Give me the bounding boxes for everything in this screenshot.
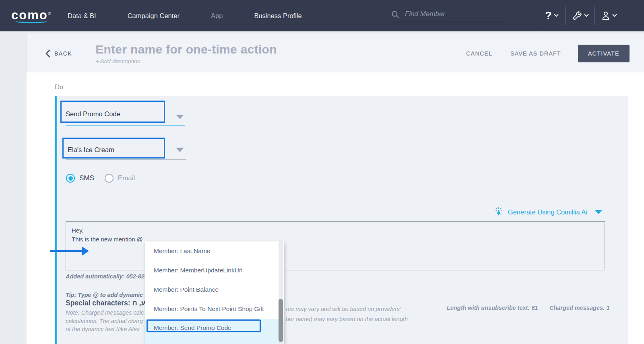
radio-dot	[68, 176, 73, 181]
dropdown-caret-icon[interactable]	[176, 115, 184, 119]
email-radio[interactable]	[105, 174, 114, 183]
email-radio-label[interactable]: Email	[118, 174, 135, 182]
logo-swoosh	[16, 19, 47, 23]
do-section-label: Do	[55, 83, 63, 91]
tools-menu-button[interactable]	[566, 0, 594, 31]
message-line-1: Hey,	[72, 226, 599, 235]
generate-ai-button[interactable]: Generate Using Comillia Ai	[494, 207, 602, 217]
menu-scrollbar[interactable]	[279, 241, 283, 344]
mention-dropdown-menu: Member: Last Name Member: MemberUpdateLi…	[145, 241, 284, 344]
chevron-down-icon	[612, 12, 617, 17]
action-select-underline	[66, 125, 185, 126]
special-characters-note: Special characters: ע, ח	[66, 299, 145, 307]
action-name-input[interactable]: Enter name for one-time action	[95, 43, 277, 56]
menu-item-send-promo-code[interactable]: Member: Send Promo Code	[145, 319, 284, 344]
annotation-box-asset-select: Ela's Ice Cream	[62, 138, 165, 159]
nav-icon-group: ?	[537, 0, 623, 31]
main-content: Do Send Promo Code Ela's Ice Cream SMS E…	[27, 72, 644, 344]
magic-cursor-icon	[494, 207, 504, 217]
asset-select[interactable]: Ela's Ice Cream	[64, 146, 114, 157]
generate-ai-label: Generate Using Comillia Ai	[508, 208, 587, 216]
save-as-draft-button[interactable]: SAVE AS DRAFT	[510, 50, 561, 57]
cancel-button[interactable]: CANCEL	[466, 50, 492, 57]
menu-item-member-update-link[interactable]: Member: MemberUpdateLinkUrl	[145, 261, 284, 280]
page-header: BACK Enter name for one-time action + Ad…	[27, 34, 644, 72]
nav-item-campaign-center[interactable]: Campaign Center	[128, 12, 180, 20]
chevron-down-icon	[554, 12, 558, 17]
back-label: BACK	[54, 50, 72, 57]
wrench-icon	[572, 11, 582, 21]
annotation-arrow-sms	[50, 246, 90, 256]
text-cursor	[143, 236, 143, 242]
account-menu-button[interactable]	[594, 0, 623, 31]
back-button[interactable]: BACK	[45, 49, 72, 58]
help-icon: ?	[545, 10, 552, 21]
nav-item-data-bi[interactable]: Data & BI	[68, 12, 96, 20]
arrow-head	[82, 247, 89, 255]
find-member-search[interactable]	[391, 10, 505, 22]
generate-ai-caret-icon[interactable]	[595, 210, 602, 214]
top-nav: como® Data & BI Campaign Center App Busi…	[0, 0, 644, 31]
dynamic-text-tip: Tip: Type @ to add dynamic t	[66, 292, 147, 298]
annotation-box-action-select: Send Promo Code	[60, 101, 165, 123]
charged-messages-note-left: Note: Charged messages calc calculations…	[66, 309, 144, 334]
length-with-unsubscribe-stat: Length with unsubscribe text: 61	[447, 305, 538, 311]
help-menu-button[interactable]: ?	[537, 0, 566, 31]
chevron-down-icon	[584, 12, 588, 17]
menu-item-points-to-next-gift[interactable]: Member: Points To Next Point Shop Gift	[145, 299, 284, 319]
sms-radio-label[interactable]: SMS	[79, 174, 94, 182]
charged-messages-note-right: res may vary and will be based on provid…	[286, 304, 408, 324]
user-icon	[601, 11, 610, 21]
asset-select-underline	[66, 159, 186, 160]
title-block: Enter name for one-time action + Add des…	[95, 43, 277, 64]
nav-items: Data & BI Campaign Center App Business P…	[68, 12, 333, 20]
arrow-line	[50, 250, 83, 252]
menu-scrollbar-thumb[interactable]	[279, 299, 283, 342]
registered-mark: ®	[48, 11, 52, 16]
divider	[623, 6, 623, 25]
dropdown-caret-icon[interactable]	[176, 148, 184, 152]
sms-radio[interactable]	[66, 174, 75, 183]
menu-item-last-name[interactable]: Member: Last Name	[145, 241, 284, 261]
action-select[interactable]: Send Promo Code	[62, 110, 120, 122]
charged-messages-stat: Charged messages: 1	[549, 305, 610, 311]
channel-radio-group: SMS Email	[66, 174, 145, 183]
como-logo[interactable]: como®	[11, 8, 52, 23]
back-chevron-icon	[45, 49, 50, 58]
nav-item-business-profile[interactable]: Business Profile	[254, 12, 301, 20]
menu-item-point-balance[interactable]: Member: Point Balance	[145, 280, 284, 299]
header-actions: CANCEL SAVE AS DRAFT ACTIVATE	[466, 45, 630, 62]
app-window: como® Data & BI Campaign Center App Busi…	[0, 0, 644, 344]
added-automatically-note: Added automatically: 052-825	[66, 273, 148, 280]
do-panel: Send Promo Code Ela's Ice Cream SMS Emai…	[55, 96, 628, 344]
nav-item-app[interactable]: App	[211, 12, 223, 20]
activate-button[interactable]: ACTIVATE	[578, 45, 630, 62]
search-icon	[391, 10, 399, 19]
add-description-link[interactable]: + Add description	[95, 58, 277, 64]
search-input[interactable]	[404, 10, 493, 19]
